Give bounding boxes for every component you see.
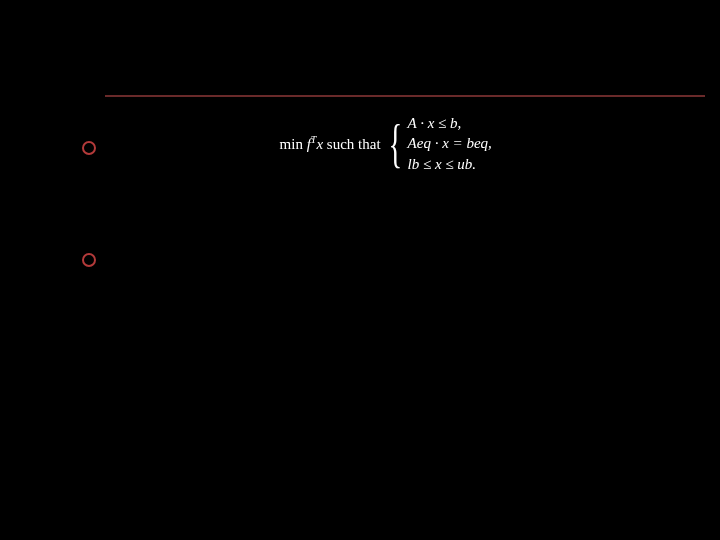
- formula-objective: min fTx such that: [280, 133, 381, 154]
- description-block: f, x, b, be A, Aeq mátrixok.: [105, 184, 705, 246]
- usage-line-1: x = linprog(f,A,b): [105, 293, 705, 332]
- megoldas-label: Megoldás:: [105, 256, 705, 285]
- bullet-icon: [82, 141, 96, 155]
- modell-row: Modell: min fTx such that { A · x ≤ b, A…: [105, 123, 705, 180]
- formula-min: min: [280, 136, 307, 152]
- constraint-1: A · x ≤ b,: [408, 113, 492, 133]
- desc-line-2: A, Aeq mátrixok.: [105, 215, 705, 246]
- formula-constraints: A · x ≤ b, Aeq · x = beq, lb ≤ x ≤ ub.: [408, 113, 492, 174]
- formula-box: min fTx such that { A · x ≤ b, Aeq · x =…: [276, 109, 498, 180]
- formula-suchthat: such that: [323, 136, 381, 152]
- bullet-icon: [82, 253, 96, 267]
- usage-line-3: x = linprog(f,A,b,Aeq,beq,lb,ub): [105, 371, 705, 410]
- slide-title: Lineáris programozási feladatok megoldás…: [105, 12, 705, 97]
- slide: Lineáris programozási feladatok megoldás…: [105, 12, 705, 449]
- usage-line-4: [x,fval] = linprog(...): [105, 410, 705, 449]
- usage-line-2: x = linprog(f,A,b,Aeq,beq): [105, 332, 705, 371]
- modell-label: Modell:: [105, 123, 186, 152]
- constraint-2: Aeq · x = beq,: [408, 133, 492, 153]
- usage-block: x = linprog(f,A,b) x = linprog(f,A,b,Aeq…: [105, 293, 705, 449]
- desc-line-1: f, x, b, be: [105, 184, 705, 215]
- constraint-3: lb ≤ x ≤ ub.: [408, 154, 492, 174]
- brace-icon: {: [388, 127, 402, 161]
